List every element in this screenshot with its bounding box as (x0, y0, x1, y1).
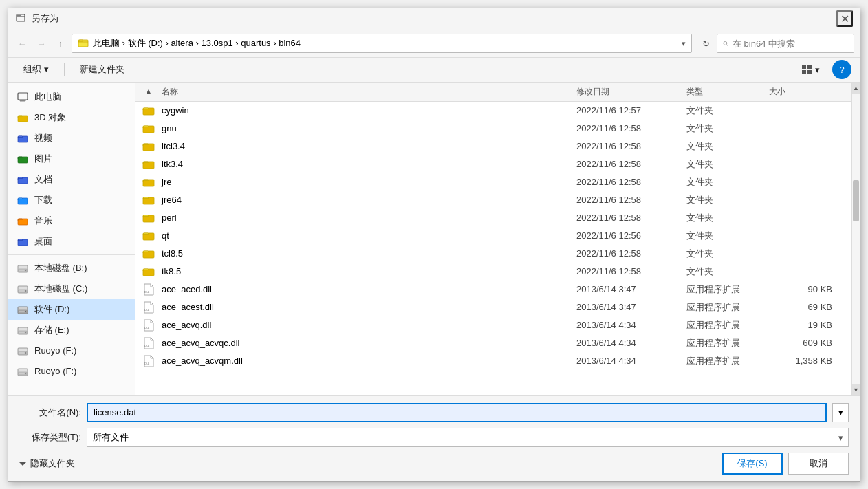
back-button[interactable]: ← (14, 35, 30, 52)
sidebar-item-drive-e[interactable]: 存储 (E:) (8, 320, 135, 340)
filename-dropdown-btn[interactable]: ▾ (832, 403, 849, 422)
action-buttons: 保存(S) 取消 (722, 453, 849, 475)
table-row[interactable]: perl2022/11/6 12:58文件夹 (135, 209, 851, 227)
main-content: 此电脑 3D 对象 视频 图片 (8, 83, 860, 395)
table-row[interactable]: tcl8.52022/11/6 12:58文件夹 (135, 245, 851, 263)
dialog-icon (15, 13, 26, 24)
file-icon: DLL (138, 283, 159, 296)
up-button[interactable]: ↑ (52, 35, 69, 52)
filetype-select[interactable]: 所有文件 (87, 428, 849, 447)
scroll-thumb[interactable] (853, 180, 859, 221)
filetype-select-wrapper: 所有文件 (87, 428, 849, 447)
file-type: 文件夹 (684, 212, 766, 224)
table-row[interactable]: itk3.42022/11/6 12:58文件夹 (135, 155, 851, 173)
table-row[interactable]: DLL ace_acvq.dll2013/6/14 4:34应用程序扩展19 K… (135, 316, 851, 334)
file-date: 2022/11/6 12:56 (574, 230, 684, 241)
table-row[interactable]: DLL ace_acest.dll2013/6/14 3:47应用程序扩展69 … (135, 298, 851, 316)
file-type: 文件夹 (684, 140, 766, 153)
hide-files-button[interactable]: 隐藏文件夹 (19, 457, 75, 470)
file-type: 文件夹 (684, 265, 766, 278)
file-name: ace_aced.dll (159, 284, 574, 294)
view-button[interactable]: ▾ (794, 60, 827, 79)
search-input[interactable] (733, 39, 848, 49)
sidebar-item-downloads[interactable]: 下载 (8, 190, 135, 210)
col-type-header[interactable]: 类型 (684, 86, 766, 98)
sidebar-separator-1 (8, 254, 135, 255)
file-name: tcl8.5 (159, 248, 574, 259)
svg-point-31 (25, 331, 26, 332)
svg-rect-6 (802, 65, 806, 69)
sidebar-item-drive-f2[interactable]: Ruoyo (F:) (8, 361, 135, 382)
sidebar-label-drive-f: Ruoyo (F:) (34, 345, 76, 356)
col-up-arrow[interactable]: ▲ (138, 87, 159, 96)
sidebar-item-documents[interactable]: 文档 (8, 169, 135, 190)
file-size: 609 KB (766, 338, 835, 348)
filename-label: 文件名(N): (19, 406, 81, 419)
save-button[interactable]: 保存(S) (722, 453, 783, 475)
address-dropdown-icon[interactable]: ▾ (682, 39, 686, 48)
sidebar-item-desktop[interactable]: 桌面 (8, 231, 135, 252)
table-row[interactable]: DLL ace_acvq_acvqm.dll2013/6/14 4:34应用程序… (135, 352, 851, 370)
address-path-box[interactable]: 此电脑 › 软件 (D:) › altera › 13.0sp1 › quart… (72, 34, 692, 53)
sidebar-item-drive-d[interactable]: 软件 (D:) (8, 299, 135, 320)
file-size: 90 KB (766, 284, 835, 294)
scroll-up-button[interactable]: ▲ (852, 83, 860, 94)
file-name: ace_acvq_acvqc.dll (159, 338, 574, 348)
drive-f-icon (17, 345, 29, 357)
file-date: 2013/6/14 4:34 (574, 338, 684, 348)
col-date-header[interactable]: 修改日期 (574, 86, 684, 98)
file-type: 应用程序扩展 (684, 337, 766, 349)
folder-3d-icon (17, 111, 29, 124)
filetype-row: 保存类型(T): 所有文件 (19, 428, 849, 447)
file-date: 2022/11/6 12:58 (574, 123, 684, 133)
file-name: itcl3.4 (159, 141, 574, 151)
column-header: ▲ 名称 修改日期 类型 大小 (135, 83, 851, 102)
svg-point-2 (19, 15, 21, 17)
cancel-button[interactable]: 取消 (788, 453, 849, 475)
action-row: 隐藏文件夹 保存(S) 取消 (19, 453, 849, 475)
svg-marker-53 (19, 462, 26, 466)
drive-c-icon (17, 283, 29, 295)
scroll-track (852, 94, 860, 384)
file-icon: DLL (138, 319, 159, 332)
scroll-down-button[interactable]: ▼ (852, 384, 860, 395)
file-size: 1,358 KB (766, 356, 835, 366)
sidebar-item-3d[interactable]: 3D 对象 (8, 107, 135, 128)
table-row[interactable]: DLL ace_aced.dll2013/6/14 3:47应用程序扩展90 K… (135, 281, 851, 298)
table-row[interactable]: jre2022/11/6 12:58文件夹 (135, 173, 851, 191)
table-row[interactable]: gnu2022/11/6 12:58文件夹 (135, 120, 851, 138)
sidebar-item-videos[interactable]: 视频 (8, 128, 135, 149)
sidebar-item-music[interactable]: 音乐 (8, 210, 135, 231)
col-size-header[interactable]: 大小 (766, 86, 835, 98)
table-row[interactable]: cygwin2022/11/6 12:57文件夹 (135, 102, 851, 120)
table-row[interactable]: DLL ace_acvq_acvqc.dll2013/6/14 4:34应用程序… (135, 334, 851, 352)
table-row[interactable]: tk8.52022/11/6 12:58文件夹 (135, 263, 851, 281)
svg-line-5 (726, 44, 728, 45)
sidebar-item-drive-b[interactable]: 本地磁盘 (B:) (8, 258, 135, 279)
sidebar-item-pictures[interactable]: 图片 (8, 149, 135, 169)
svg-point-34 (25, 351, 26, 353)
forward-button[interactable]: → (33, 35, 50, 52)
sidebar-item-this-pc[interactable]: 此电脑 (8, 87, 135, 107)
new-folder-button[interactable]: 新建文件夹 (73, 60, 131, 79)
search-box[interactable] (717, 34, 854, 53)
filename-input[interactable] (87, 403, 827, 422)
right-scrollbar[interactable]: ▲ ▼ (851, 83, 860, 395)
close-button[interactable]: ✕ (836, 10, 853, 27)
help-button[interactable]: ? (832, 60, 851, 79)
file-name: ace_acvq_acvqm.dll (159, 356, 574, 366)
sidebar-item-drive-c[interactable]: 本地磁盘 (C:) (8, 279, 135, 299)
table-row[interactable]: qt2022/11/6 12:56文件夹 (135, 227, 851, 245)
sidebar-item-drive-f[interactable]: Ruoyo (F:) (8, 340, 135, 361)
table-row[interactable]: itcl3.42022/11/6 12:58文件夹 (135, 138, 851, 155)
sidebar-label-drive-e: 存储 (E:) (34, 324, 69, 336)
sidebar-label-downloads: 下载 (34, 194, 52, 206)
organize-button[interactable]: 组织 ▾ (17, 60, 56, 79)
table-row[interactable]: jre642022/11/6 12:58文件夹 (135, 191, 851, 209)
svg-point-28 (25, 310, 26, 312)
col-name-header[interactable]: 名称 (159, 86, 574, 98)
refresh-button[interactable]: ↻ (697, 35, 714, 52)
file-date: 2013/6/14 4:34 (574, 320, 684, 330)
sidebar-label-pictures: 图片 (34, 153, 52, 165)
svg-point-25 (25, 290, 26, 291)
